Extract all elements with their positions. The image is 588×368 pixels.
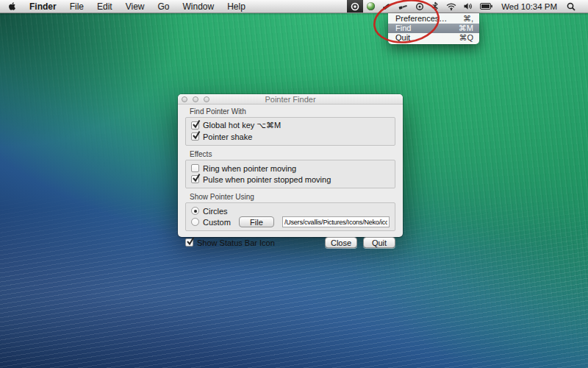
pointer-finder-window: Pointer Finder Find Pointer With Global … (178, 94, 403, 237)
checkbox-label: Pulse when pointer stopped moving (203, 175, 331, 184)
menu-item-shortcut: ⌘M (459, 24, 473, 33)
menu-file[interactable]: File (63, 0, 90, 13)
menu-item-label: Preferences… (395, 14, 447, 24)
menu-edit[interactable]: Edit (90, 0, 119, 13)
checkbox-label: Ring when pointer moving (203, 164, 296, 173)
menu-view[interactable]: View (119, 0, 151, 13)
traffic-lights (182, 94, 209, 104)
radio-button[interactable] (191, 207, 199, 215)
bluetooth-icon[interactable] (428, 0, 442, 13)
menu-bar: Finder File Edit View Go Window Help (0, 0, 588, 13)
radio-label: Circles (203, 207, 228, 216)
menu-bar-status-area: Wed 10:34 PM (347, 0, 588, 13)
close-button[interactable]: Close (325, 237, 357, 248)
pointer-finder-status-icon[interactable] (347, 0, 363, 13)
quit-button[interactable]: Quit (363, 237, 395, 248)
menu-item-label: Find (395, 24, 411, 33)
menu-item-quit[interactable]: Quit ⌘Q (388, 33, 479, 43)
group-label-find-pointer-with: Find Pointer With (190, 107, 395, 116)
group-show-pointer-using: Circles Custom File (185, 202, 395, 231)
menu-bar-clock[interactable]: Wed 10:34 PM (496, 2, 563, 11)
checkbox[interactable] (191, 132, 199, 141)
group-label-effects: Effects (190, 150, 395, 158)
checkmark-icon (192, 119, 201, 129)
desktop: Finder File Edit View Go Window Help (0, 0, 588, 368)
minimize-window-button[interactable] (193, 96, 198, 102)
menu-help[interactable]: Help (220, 0, 252, 13)
group-label-show-pointer-using: Show Pointer Using (190, 193, 395, 201)
checkbox[interactable] (191, 121, 199, 130)
window-bottom-row: Show Status Bar Icon Close Quit (185, 237, 395, 248)
checkbox-label: Pointer shake (203, 132, 252, 141)
window-title: Pointer Finder (178, 95, 403, 104)
group-effects: Ring when pointer moving Pulse when poin… (185, 160, 395, 188)
menu-item-find[interactable]: Find ⌘M (388, 24, 479, 33)
radio-row-circles[interactable]: Circles (191, 205, 390, 216)
dialog-buttons: Close Quit (325, 237, 395, 248)
status-menu: Preferences… ⌘, Find ⌘M Quit ⌘Q (388, 13, 479, 44)
checkbox[interactable] (185, 238, 193, 247)
checkbox-row-pointer-shake[interactable]: Pointer shake (191, 131, 390, 142)
radio-dot-icon (194, 210, 197, 213)
radio-button[interactable] (191, 218, 199, 226)
checkbox-label: Global hot key ⌥⌘M (203, 121, 281, 130)
radio-custom[interactable]: Custom (191, 218, 231, 227)
menu-bar-left: Finder File Edit View Go Window Help (0, 0, 252, 13)
target-app-icon[interactable] (412, 0, 428, 13)
checkbox-row-show-status-bar-icon[interactable]: Show Status Bar Icon (185, 237, 275, 248)
checkbox-row-pulse-when-stopped[interactable]: Pulse when pointer stopped moving (191, 174, 390, 185)
menu-go[interactable]: Go (151, 0, 176, 13)
radio-row-custom: Custom File (191, 216, 390, 227)
menu-finder[interactable]: Finder (23, 0, 63, 13)
wifi-icon[interactable] (442, 0, 460, 13)
checkmark-icon (186, 236, 195, 246)
window-content: Find Pointer With Global hot key ⌥⌘M Poi… (178, 105, 403, 248)
group-find-pointer-with: Global hot key ⌥⌘M Pointer shake (185, 117, 395, 146)
file-button[interactable]: File (239, 216, 274, 227)
menu-item-shortcut: ⌘Q (459, 33, 473, 43)
custom-icon-path-field[interactable] (282, 216, 390, 227)
menu-item-preferences[interactable]: Preferences… ⌘, (388, 14, 479, 24)
menu-window[interactable]: Window (176, 0, 221, 13)
volume-icon[interactable] (460, 0, 476, 13)
zoom-window-button[interactable] (204, 96, 209, 102)
sphere-app-icon[interactable] (363, 0, 379, 13)
checkbox[interactable] (191, 164, 199, 172)
spotlight-icon[interactable] (563, 0, 579, 13)
checkbox-row-ring-when-moving[interactable]: Ring when pointer moving (191, 163, 390, 174)
checkmark-icon (192, 130, 201, 140)
apple-menu-icon[interactable] (8, 0, 23, 13)
checkbox-label: Show Status Bar Icon (197, 238, 275, 247)
menu-item-shortcut: ⌘, (463, 14, 473, 24)
radio-label: Custom (203, 218, 231, 227)
checkbox[interactable] (191, 175, 199, 183)
checkbox-row-global-hot-key[interactable]: Global hot key ⌥⌘M (191, 120, 390, 131)
battery-icon[interactable] (476, 0, 496, 13)
title-bar[interactable]: Pointer Finder (178, 94, 403, 105)
menu-item-label: Quit (395, 33, 410, 43)
close-window-button[interactable] (182, 96, 187, 102)
checkmark-icon (192, 173, 201, 183)
handset-app-icon[interactable] (379, 0, 395, 13)
flashlight-app-icon[interactable] (395, 0, 412, 13)
